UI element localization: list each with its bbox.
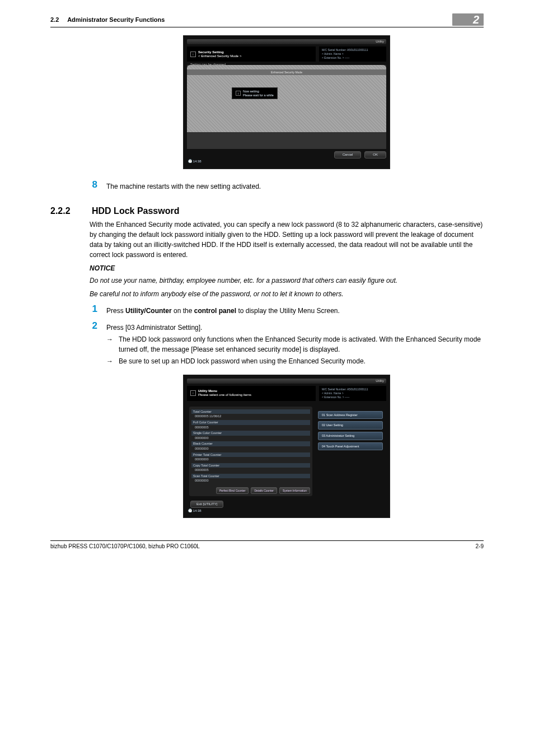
counter-panel: Total Counter00000005 11/06/12Full Color… [189,407,312,496]
step-number: 1 [90,304,97,316]
footer-model: bizhub PRESS C1070/C1070P/C1060, bizhub … [50,543,200,549]
step-8: 8 The machine restarts with the new sett… [90,179,484,192]
counter-value: 00000005 [191,468,310,473]
extension-no: < Extension No. > ----- [322,56,383,60]
counter-value: 00000000 [191,436,310,441]
step-1: 1 Press Utility/Counter on the control p… [90,304,484,316]
step-number: 2 [90,320,97,368]
header-section: 2.2 Administrator Security Functions [50,16,165,23]
counter-value: 00000000 [191,458,310,463]
menu-option-button[interactable]: 03 Administrator Setting [318,432,383,440]
step-2: 2 Press [03 Administrator Setting]. → Th… [90,320,484,368]
counter-label: Single Color Counter [191,431,310,436]
mc-serial: M/C Serial Number: A50U011000111 [322,48,383,52]
counter-value: 00000005 11/06/12 [191,414,310,419]
counter-value: 00000005 [191,426,310,431]
step-text: Press [03 Administrator Setting]. → The … [106,320,484,368]
info-icon: i [190,52,196,57]
breadcrumb-line2: < Enhanced Security Mode > [198,54,241,58]
counter-value: 00000000 [191,447,310,452]
intro-paragraph: With the Enhanced Security mode activate… [90,220,484,260]
menu-option-button[interactable]: 04 Touch Panel Adjustment [318,442,383,451]
counter-label: Copy Total Counter [191,463,310,468]
ok-button[interactable]: OK [364,151,386,158]
clock: 🕐 14:38 [187,158,386,165]
step-sub-bullet: → The HDD lock password only functions w… [106,334,484,354]
counter-value: 00000000 [191,479,310,484]
extension-no: < Extension No. > ----- [322,395,383,399]
page-running-header: 2.2 Administrator Security Functions 2 [50,13,484,27]
menu-option-button[interactable]: 02 User Setting [318,421,383,430]
counter-label: Full Color Counter [191,420,310,425]
step-sub-bullet: → Be sure to set up an HDD lock password… [106,356,484,366]
step-text: Press Utility/Counter on the control pan… [106,304,484,316]
step-number: 8 [90,179,97,192]
breadcrumb-line1: Security Setting [198,50,224,54]
page-footer: bizhub PRESS C1070/C1070P/C1060, bizhub … [50,540,484,549]
screenshot-utility-menu: Utility i Utility Menu Please select one… [183,375,390,519]
mc-serial: M/C Serial Number: A50U011000111 [322,388,383,391]
machine-info-panel: M/C Serial Number: A50U011000111 < Admin… [319,386,386,401]
disabled-background: Enhanced Security Mode i Now setting Ple… [187,65,386,132]
counter-label: Total Counter [191,409,310,414]
subsection-heading: 2.2.2 HDD Lock Password [90,206,484,216]
subsection-number: 2.2.2 [50,206,78,216]
footer-page-number: 2-9 [476,543,484,549]
header-section-number: 2.2 [50,16,59,23]
arrow-icon: → [106,334,114,354]
chapter-badge: 2 [452,13,484,26]
notice-line-2: Be careful not to inform anybody else of… [90,289,484,299]
breadcrumb-panel: i Utility Menu Please select one of foll… [187,386,316,401]
utility-topbar: Utility [187,379,386,384]
info-icon: i [190,390,196,396]
notice-heading: NOTICE [90,264,484,272]
machine-info-panel: M/C Serial Number: A50U011000111 < Admin… [319,46,386,62]
counter-button[interactable]: Details Counter [251,487,277,494]
arrow-icon: → [106,356,114,366]
counter-label: Scan Total Counter [191,474,310,479]
step-text: The machine restarts with the new settin… [106,179,484,192]
utility-topbar: Utility [187,39,386,44]
counter-button[interactable]: System Information [279,487,310,494]
breadcrumb-line1: Utility Menu [198,389,217,393]
breadcrumb-line2: Please select one of following items [198,393,251,396]
notice-line-1: Do not use your name, birthday, employee… [90,276,484,286]
counter-label: Printer Total Counter [191,452,310,458]
cancel-button[interactable]: Cancel [334,151,362,158]
header-section-title: Administrator Security Functions [67,16,165,23]
breadcrumb-panel: i Security Setting < Enhanced Security M… [187,46,316,62]
menu-options: 01 Scan Address Register02 User Setting0… [317,407,384,496]
exit-utility-button[interactable]: Exit [UTILITY] [190,501,223,508]
progress-dialog: i Now setting Please wait for a while [232,87,278,99]
menu-option-button[interactable]: 01 Scan Address Register [318,411,383,419]
counter-button[interactable]: Perfect Bind Counter [216,487,249,494]
progress-text: Now setting Please wait for a while [243,90,274,97]
info-icon: i [236,91,241,96]
screenshot-enhanced-security-mode: Utility i Security Setting < Enhanced Se… [183,35,390,169]
admin-name: < Admin. Name > [322,391,383,395]
panel-subheader: Enhanced Security Mode [187,69,386,75]
clock: 🕐 14:38 [187,508,386,514]
counter-label: Black Counter [191,441,310,446]
subsection-title: HDD Lock Password [92,206,179,216]
admin-name: < Admin. Name > [322,52,383,56]
